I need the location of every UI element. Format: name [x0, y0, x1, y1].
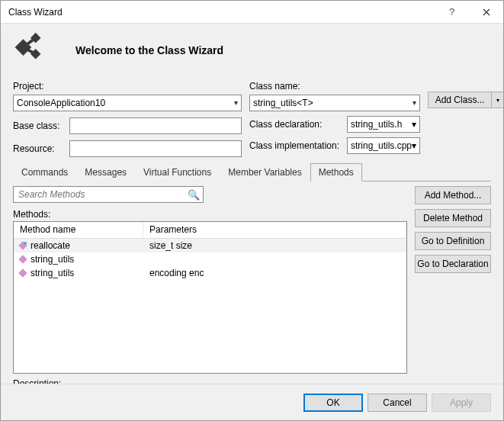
- col-parameters[interactable]: Parameters: [143, 222, 406, 238]
- header-row: Welcome to the Class Wizard: [13, 27, 491, 79]
- implementation-combo[interactable]: string_utils.cpp ▾: [347, 137, 420, 154]
- cancel-button[interactable]: Cancel: [368, 394, 427, 412]
- wizard-icon: [13, 31, 48, 69]
- svg-rect-5: [18, 255, 27, 263]
- tab-commands[interactable]: Commands: [13, 163, 76, 182]
- project-combo[interactable]: ConsoleApplication10 ▾: [13, 95, 242, 111]
- methods-listview[interactable]: Method name Parameters reallocate size_t…: [13, 221, 407, 374]
- close-button[interactable]: [469, 1, 503, 24]
- welcome-heading: Welcome to the Class Wizard: [60, 44, 223, 56]
- class-name-value: string_utils<T>: [253, 95, 313, 111]
- go-to-declaration-button[interactable]: Go to Declaration: [415, 255, 491, 273]
- search-input[interactable]: [17, 188, 188, 201]
- window-title: Class Wizard: [8, 7, 435, 18]
- class-name-combo[interactable]: string_utils<T> ▾: [249, 95, 420, 111]
- chevron-down-icon: ▾: [412, 140, 416, 151]
- form-area: Project: ConsoleApplication10 ▾ Base cla…: [13, 79, 491, 157]
- tab-strip: Commands Messages Virtual Functions Memb…: [13, 163, 491, 182]
- delete-method-button[interactable]: Delete Method: [415, 209, 491, 227]
- add-class-button[interactable]: Add Class...: [428, 92, 492, 108]
- methods-label: Methods:: [13, 209, 407, 220]
- svg-point-4: [24, 242, 27, 245]
- add-class-dropdown[interactable]: ▾: [492, 92, 504, 108]
- title-bar: Class Wizard ?: [1, 1, 503, 24]
- project-value: ConsoleApplication10: [17, 95, 105, 111]
- listview-header: Method name Parameters: [14, 222, 406, 239]
- list-item[interactable]: string_utils encoding enc: [14, 266, 406, 280]
- declaration-label: Class declaration:: [249, 119, 341, 130]
- resource-label: Resource:: [13, 143, 55, 154]
- implementation-label: Class implementation:: [249, 140, 341, 151]
- ok-button[interactable]: OK: [303, 394, 363, 412]
- tab-messages[interactable]: Messages: [76, 163, 135, 182]
- base-class-field[interactable]: [69, 117, 242, 134]
- chevron-down-icon: ▾: [234, 95, 238, 111]
- chevron-down-icon: ▾: [412, 119, 416, 130]
- tab-methods[interactable]: Methods: [310, 163, 362, 182]
- svg-rect-6: [18, 268, 27, 277]
- list-item[interactable]: string_utils: [14, 252, 406, 266]
- tab-virtual-functions[interactable]: Virtual Functions: [135, 163, 220, 182]
- dialog-footer: OK Cancel Apply: [1, 384, 503, 420]
- col-method-name[interactable]: Method name: [14, 222, 143, 238]
- method-icon: [18, 268, 27, 278]
- apply-button: Apply: [432, 394, 491, 412]
- chevron-down-icon: ▾: [413, 95, 416, 111]
- project-label: Project:: [13, 81, 242, 92]
- class-name-label: Class name:: [249, 81, 420, 92]
- declaration-combo[interactable]: string_utils.h ▾: [347, 116, 420, 133]
- list-item[interactable]: reallocate size_t size: [14, 239, 406, 252]
- go-to-definition-button[interactable]: Go to Definition: [415, 232, 491, 250]
- method-icon: [18, 255, 27, 264]
- help-button[interactable]: ?: [435, 1, 469, 24]
- dialog-content: Welcome to the Class Wizard Project: Con…: [1, 24, 503, 384]
- chevron-down-icon: ▾: [496, 97, 499, 104]
- add-method-button[interactable]: Add Method...: [415, 186, 491, 204]
- method-icon: [18, 241, 27, 250]
- base-class-label: Base class:: [13, 121, 59, 131]
- search-methods-box[interactable]: 🔍: [13, 186, 204, 203]
- close-icon: [483, 8, 490, 16]
- resource-field[interactable]: [69, 140, 242, 157]
- tab-member-variables[interactable]: Member Variables: [220, 163, 310, 182]
- search-icon: 🔍: [188, 189, 200, 201]
